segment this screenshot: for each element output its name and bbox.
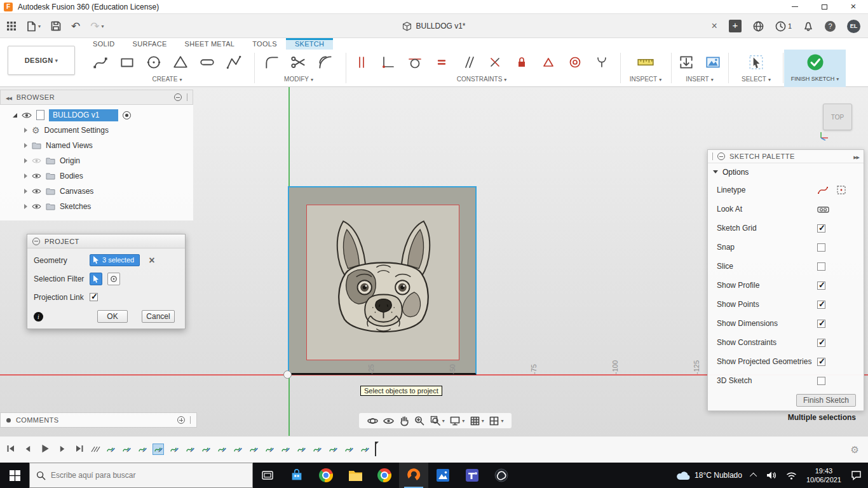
palette-collapse-icon[interactable] (717, 152, 725, 160)
document-tab[interactable]: BULLDOG v1* (402, 14, 465, 38)
browser-resize-handle[interactable] (187, 93, 187, 101)
viewcube[interactable]: TOP (823, 104, 852, 130)
timeline-sketch-item[interactable] (105, 444, 116, 455)
palette-checkbox[interactable] (817, 281, 825, 290)
minimize-button[interactable] (780, 0, 810, 14)
microsoft-store-icon[interactable] (282, 463, 311, 488)
file-explorer-icon[interactable] (341, 463, 370, 488)
comments-resize-handle[interactable] (190, 416, 191, 424)
section-collapse-triangle[interactable] (713, 170, 718, 173)
timeline-sketch-item[interactable] (327, 444, 339, 455)
insert-menu[interactable]: INSERT (672, 76, 727, 83)
palette-checkbox[interactable] (817, 320, 825, 328)
app-grid-icon[interactable] (6, 21, 17, 31)
projection-link-checkbox[interactable] (90, 293, 98, 301)
palette-checkbox[interactable] (817, 301, 825, 309)
info-icon[interactable]: i (34, 312, 43, 322)
obs-icon[interactable] (487, 463, 516, 488)
timeline-sketch-item[interactable] (248, 444, 259, 455)
tangent-constraint-icon[interactable] (402, 50, 428, 74)
undo-icon[interactable]: ↶ (71, 20, 80, 33)
coincident-constraint-icon[interactable] (375, 50, 402, 74)
polygon-tool-icon[interactable] (167, 50, 194, 74)
visibility-eye-icon[interactable] (32, 203, 41, 210)
weather-widget[interactable]: 18°C Nublado (676, 471, 742, 480)
timeline-sketch-item[interactable] (232, 444, 243, 455)
select-menu[interactable]: SELECT (729, 76, 783, 83)
expand-triangle-icon[interactable] (24, 189, 27, 194)
browser-minimize-icon[interactable] (174, 93, 182, 101)
look-at-icon[interactable] (817, 205, 829, 214)
ribbon-tab[interactable]: TOOLS (243, 38, 286, 50)
chrome-icon-secondary[interactable] (370, 463, 399, 488)
tray-expand-chevron-icon[interactable] (750, 473, 757, 480)
timeline-position-marker[interactable] (375, 442, 376, 456)
timeline-sketch-item[interactable] (359, 444, 370, 455)
chrome-icon[interactable] (311, 463, 341, 488)
visibility-eye-icon[interactable] (32, 173, 41, 179)
timeline-sketch-item[interactable] (121, 444, 132, 455)
create-menu[interactable]: CREATE (85, 76, 249, 83)
step-back-button[interactable] (24, 445, 32, 453)
timeline-sketch-item[interactable] (137, 444, 148, 455)
timeline-sketch-item[interactable] (343, 444, 355, 455)
linetype-construction-icon[interactable] (836, 185, 846, 195)
save-icon[interactable] (51, 21, 61, 31)
circle-tool-icon[interactable] (140, 50, 167, 74)
go-to-start-button[interactable] (6, 444, 15, 453)
select-cursor-icon[interactable] (743, 50, 770, 74)
linetype-spline-icon[interactable] (817, 185, 829, 195)
add-comment-icon[interactable] (177, 416, 185, 424)
palette-options-section[interactable]: Options (708, 163, 864, 180)
sketch-boundary-rectangle[interactable] (306, 205, 459, 360)
parallel-constraint-icon[interactable] (455, 50, 482, 74)
palette-checkbox[interactable] (817, 377, 825, 385)
palette-checkbox[interactable] (817, 243, 825, 252)
timeline-sketch-item[interactable] (216, 444, 227, 455)
timeline-sketch-item[interactable] (264, 444, 275, 455)
action-center-icon[interactable] (851, 470, 862, 480)
ribbon-tab[interactable]: SURFACE (124, 38, 176, 50)
zoom-icon[interactable] (414, 416, 424, 426)
redo-icon[interactable]: ↷ (90, 20, 104, 33)
browser-root-label[interactable]: BULLDOG v1 (49, 109, 118, 121)
file-menu-icon[interactable] (27, 21, 41, 32)
help-icon[interactable]: ? (825, 21, 836, 32)
step-forward-button[interactable] (58, 445, 67, 453)
filter-specified-entities-button[interactable] (90, 273, 102, 285)
start-button[interactable] (0, 463, 29, 488)
search-input[interactable] (51, 471, 235, 480)
volume-icon[interactable] (766, 471, 776, 480)
new-document-tab-button[interactable] (729, 20, 742, 32)
browser-root-item[interactable]: BULLDOG v1 (0, 107, 193, 123)
symmetry-constraint-icon[interactable] (535, 50, 562, 74)
concentric-constraint-icon[interactable] (562, 50, 588, 74)
display-settings-icon[interactable] (450, 416, 465, 426)
look-at-view-icon[interactable] (383, 417, 394, 425)
pan-hand-icon[interactable] (400, 416, 409, 426)
expand-triangle-icon[interactable] (24, 128, 27, 133)
expand-triangle-icon[interactable] (24, 204, 27, 209)
taskbar-search[interactable] (29, 463, 253, 488)
horizontal-vertical-constraint-icon[interactable] (348, 50, 375, 74)
canvas-corner-handle[interactable] (283, 370, 292, 379)
expand-triangle-icon[interactable] (24, 143, 27, 148)
filter-bodies-button[interactable] (107, 273, 120, 285)
insert-tool-icon[interactable] (673, 50, 700, 74)
visibility-eye-icon[interactable] (22, 112, 32, 119)
inspect-menu[interactable]: INSPECT (621, 76, 670, 83)
browser-tree-item[interactable]: Document Settings (0, 123, 193, 138)
cancel-button[interactable]: Cancel (142, 310, 175, 323)
trim-scissors-icon[interactable] (285, 50, 312, 74)
rectangle-tool-icon[interactable] (114, 50, 140, 74)
viewport[interactable]: -25-50-75-100-125 TOP Select objects to … (0, 87, 868, 436)
comments-panel[interactable]: COMMENTS (0, 412, 197, 428)
measure-ruler-icon[interactable] (632, 50, 659, 74)
browser-tree-item[interactable]: Bodies (0, 168, 193, 184)
project-dialog-header[interactable]: PROJECT (27, 234, 185, 248)
geometry-selection-button[interactable]: 3 selected (90, 254, 140, 266)
activate-component-icon[interactable] (123, 111, 131, 119)
visibility-eye-icon[interactable] (32, 158, 41, 164)
timeline-sketch-item[interactable] (200, 444, 212, 455)
fusion-360-taskbar-icon[interactable] (399, 463, 428, 488)
